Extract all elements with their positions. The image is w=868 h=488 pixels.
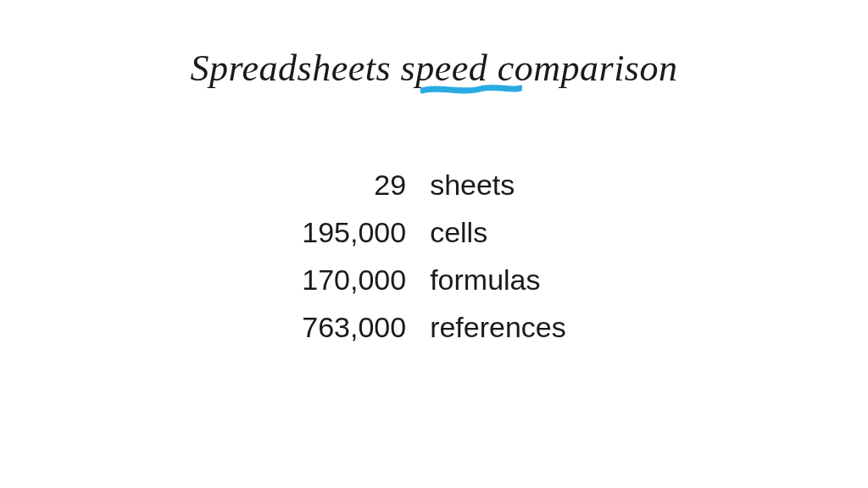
slide: Spreadsheets speed comparison 29 sheets … [0, 0, 868, 488]
slide-title: Spreadsheets speed comparison [190, 47, 677, 90]
stat-label: formulas [430, 261, 566, 300]
stat-label: references [430, 308, 566, 347]
stat-value: 29 [302, 166, 406, 205]
stat-value: 195,000 [302, 214, 406, 252]
stats-table: 29 sheets 195,000 cells 170,000 formulas… [302, 166, 566, 347]
stat-value: 763,000 [302, 308, 406, 347]
title-wrap: Spreadsheets speed comparison [190, 47, 677, 90]
stat-label: sheets [430, 166, 566, 205]
stat-label: cells [430, 214, 566, 252]
stat-value: 170,000 [302, 261, 406, 300]
